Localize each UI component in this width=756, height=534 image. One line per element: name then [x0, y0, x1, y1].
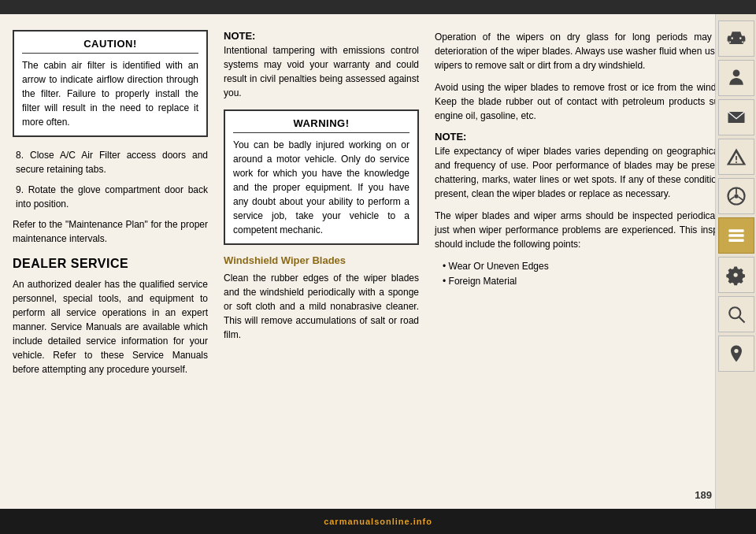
- wiper-text: Clean the rubber edges of the wiper blad…: [224, 271, 419, 342]
- svg-point-0: [732, 70, 739, 77]
- bullet-wear: Wear Or Uneven Edges: [435, 259, 743, 274]
- sidebar-item-person[interactable]: [718, 60, 754, 96]
- sidebar-item-gear[interactable]: [718, 257, 754, 293]
- watermark: carmanualsonline.info: [324, 517, 432, 526]
- dealer-text: An authorized dealer has the qualified s…: [13, 277, 208, 376]
- step-9-text: Rotate the glove compartment door back i…: [16, 184, 208, 210]
- svg-point-9: [729, 307, 740, 318]
- right-para2: Avoid using the wiper blades to remove f…: [435, 80, 743, 123]
- envelope-icon: [725, 106, 747, 128]
- dealer-service-heading: DEALER SERVICE: [13, 257, 208, 271]
- right-para3: The wiper blades and wiper arms should b…: [435, 209, 743, 251]
- car-icon: [725, 28, 747, 50]
- svg-rect-6: [728, 234, 743, 237]
- gear-icon: [725, 264, 747, 286]
- step-8: 8. Close A/C Air Filter access doors and…: [13, 148, 208, 176]
- step-8-text: Close A/C Air Filter access doors and se…: [16, 150, 208, 175]
- caution-box: CAUTION! The cabin air filter is identif…: [13, 30, 208, 137]
- sidebar-item-map[interactable]: [718, 336, 754, 372]
- sidebar-item-steering[interactable]: [718, 178, 754, 214]
- sidebar-item-car[interactable]: [718, 20, 754, 57]
- search-icon: [725, 303, 747, 325]
- right-para1: Operation of the wipers on dry glass for…: [435, 30, 743, 72]
- svg-rect-8: [728, 229, 743, 232]
- steering-icon: [725, 185, 747, 207]
- middle-column: NOTE: Intentional tampering with emissio…: [224, 30, 419, 496]
- caution-title: CAUTION!: [22, 38, 198, 54]
- warning-box: WARNING! You can be badly injured workin…: [224, 109, 419, 245]
- note-label-top: NOTE:: [224, 30, 419, 42]
- sidebar-icons: [715, 14, 756, 509]
- note-text-top: Intentional tampering with emissions con…: [224, 43, 419, 100]
- right-column: Operation of the wipers on dry glass for…: [435, 30, 743, 496]
- svg-rect-7: [728, 239, 743, 242]
- content-area: CAUTION! The cabin air filter is identif…: [0, 14, 756, 509]
- svg-point-5: [734, 194, 738, 198]
- watermark-text: carmanualsonline.info: [324, 517, 432, 526]
- sidebar-item-envelope[interactable]: [718, 99, 754, 135]
- svg-line-10: [739, 317, 744, 323]
- step-9: 9. Rotate the glove compartment door bac…: [13, 183, 208, 211]
- sidebar-item-warning[interactable]: [718, 139, 754, 175]
- svg-rect-2: [736, 156, 737, 160]
- svg-rect-3: [736, 161, 737, 163]
- caution-text: The cabin air filter is identified with …: [22, 58, 198, 129]
- top-bar: [0, 0, 756, 14]
- bottom-bar: carmanualsonline.info: [0, 509, 756, 534]
- person-icon: [725, 67, 747, 89]
- sidebar-item-tools[interactable]: [718, 217, 754, 254]
- page-wrapper: CAUTION! The cabin air filter is identif…: [0, 0, 756, 534]
- tools-wrench-icon: [725, 224, 747, 247]
- warning-triangle-icon: [725, 146, 747, 168]
- note-text-right: Life expectancy of wiper blades varies d…: [435, 144, 743, 201]
- refer-text: Refer to the "Maintenance Plan" for the …: [13, 217, 208, 246]
- sidebar-item-search[interactable]: [718, 296, 754, 332]
- warning-title: WARNING!: [233, 117, 410, 133]
- main-content: CAUTION! The cabin air filter is identif…: [0, 14, 756, 509]
- note-label-right: NOTE:: [435, 131, 743, 143]
- bullet-foreign: Foreign Material: [435, 274, 743, 289]
- map-icon: [725, 343, 747, 365]
- page-number: 189: [695, 489, 712, 501]
- step-9-number: 9.: [16, 184, 24, 195]
- step-8-number: 8.: [16, 150, 24, 161]
- warning-text: You can be badly injured working on or a…: [233, 138, 410, 237]
- left-column: CAUTION! The cabin air filter is identif…: [13, 30, 208, 496]
- windshield-wiper-heading: Windshield Wiper Blades: [224, 254, 419, 266]
